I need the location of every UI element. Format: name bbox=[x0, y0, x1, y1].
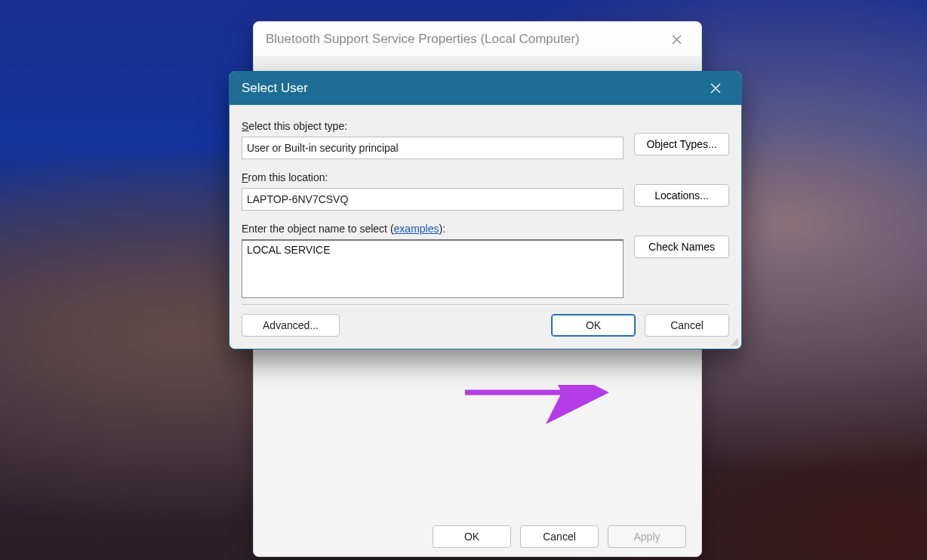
select-user-body: Select this object type: Object Types...… bbox=[229, 105, 741, 349]
select-user-titlebar: Select User bbox=[229, 72, 741, 105]
ok-button[interactable]: OK bbox=[551, 314, 636, 337]
location-row: From this location: Locations... bbox=[242, 167, 729, 211]
examples-link[interactable]: examples bbox=[394, 223, 439, 235]
close-icon[interactable] bbox=[659, 22, 694, 57]
object-name-label: Enter the object name to select (example… bbox=[242, 223, 624, 235]
object-types-button[interactable]: Object Types... bbox=[634, 133, 729, 155]
object-type-label: Select this object type: bbox=[242, 120, 624, 132]
object-type-input[interactable] bbox=[242, 137, 624, 159]
object-name-row: Enter the object name to select (example… bbox=[242, 218, 729, 298]
parent-titlebar: Bluetooth Support Service Properties (Lo… bbox=[254, 22, 701, 57]
object-type-row: Select this object type: Object Types... bbox=[242, 115, 729, 159]
select-user-footer: Advanced... OK Cancel bbox=[242, 314, 729, 337]
parent-cancel-button[interactable]: Cancel bbox=[520, 525, 599, 548]
separator bbox=[242, 304, 729, 305]
select-user-title: Select User bbox=[242, 81, 699, 96]
parent-ok-button[interactable]: OK bbox=[433, 525, 511, 548]
object-name-input[interactable] bbox=[242, 239, 624, 298]
resize-grip-icon[interactable] bbox=[729, 337, 738, 346]
check-names-button[interactable]: Check Names bbox=[634, 235, 729, 258]
cancel-button[interactable]: Cancel bbox=[645, 314, 729, 337]
advanced-button[interactable]: Advanced... bbox=[242, 314, 340, 337]
select-user-dialog: Select User Select this object type: Obj… bbox=[229, 71, 742, 349]
close-icon[interactable] bbox=[699, 72, 732, 105]
locations-button[interactable]: Locations... bbox=[634, 184, 729, 207]
from-location-label: From this location: bbox=[242, 171, 624, 183]
parent-apply-button: Apply bbox=[608, 525, 686, 548]
parent-buttonbar: OK Cancel Apply bbox=[254, 517, 701, 556]
parent-window-title: Bluetooth Support Service Properties (Lo… bbox=[266, 32, 659, 47]
from-location-input[interactable] bbox=[242, 188, 624, 211]
